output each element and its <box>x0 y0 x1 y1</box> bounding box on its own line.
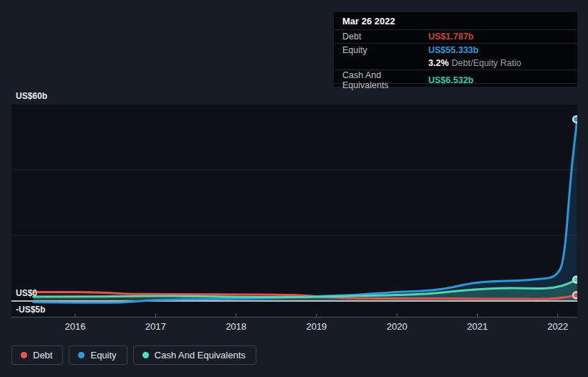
x-axis-label-2017: 2017 <box>134 321 177 332</box>
legend-item-label: Cash And Equivalents <box>155 350 246 361</box>
legend-item-cash-and-equivalents[interactable]: Cash And Equivalents <box>133 345 256 365</box>
tooltip-cash-value: US$6.532b <box>428 75 569 85</box>
tooltip-cash-label: Cash And Equivalents <box>342 70 428 90</box>
x-axis-label-2021: 2021 <box>456 321 499 332</box>
tooltip-ratio-row: 3.2%Debt/Equity Ratio <box>334 57 577 70</box>
tooltip-ratio-caption: Debt/Equity Ratio <box>452 58 521 68</box>
tooltip-equity-value: US$55.333b <box>428 45 569 55</box>
legend-dot-icon <box>21 352 27 358</box>
tooltip-debt-row: Debt US$1.787b <box>334 29 577 43</box>
legend-item-label: Debt <box>33 350 52 361</box>
x-axis-label-2022: 2022 <box>536 321 579 332</box>
tooltip-equity-row: Equity US$55.333b <box>334 43 577 57</box>
tooltip-ratio-percent: 3.2% <box>428 58 449 68</box>
chart-tooltip: Mar 26 2022 Debt US$1.787b Equity US$55.… <box>334 12 577 87</box>
end-dot-cash-and-equivalents[interactable] <box>573 277 577 283</box>
end-dot-equity[interactable] <box>573 116 577 123</box>
y-axis-label: US$60b <box>16 90 47 102</box>
area-fill-equity <box>34 119 577 302</box>
end-dot-debt[interactable] <box>573 292 577 298</box>
x-axis-label-2020: 2020 <box>375 321 418 332</box>
tooltip-cash-row: Cash And Equivalents US$6.532b <box>334 70 577 84</box>
legend-item-debt[interactable]: Debt <box>11 345 63 365</box>
y-axis-label: -US$5b <box>16 304 45 315</box>
tooltip-equity-label: Equity <box>342 45 428 55</box>
x-axis-label-2016: 2016 <box>54 321 97 332</box>
tooltip-date-title: Mar 26 2022 <box>334 12 577 29</box>
tooltip-debt-value: US$1.787b <box>428 32 569 42</box>
debt-equity-history-chart[interactable] <box>11 104 577 318</box>
chart-region: 2016201720182019202020212022 Mar 26 2022… <box>0 0 588 377</box>
legend-dot-icon <box>143 352 149 358</box>
y-axis-label: US$0 <box>16 287 37 299</box>
chart-legend: DebtEquityCash And Equivalents <box>11 345 256 365</box>
x-axis-label-2018: 2018 <box>215 321 258 332</box>
legend-item-label: Equity <box>90 350 116 361</box>
legend-item-equity[interactable]: Equity <box>69 345 127 365</box>
line-equity[interactable] <box>34 119 577 302</box>
tooltip-debt-label: Debt <box>342 32 428 42</box>
x-axis-label-2019: 2019 <box>295 321 338 332</box>
legend-dot-icon <box>78 352 85 358</box>
debt-equity-history-page: { "page": {"background": "#171c26", "plo… <box>0 0 588 377</box>
tooltip-ratio-value: 3.2%Debt/Equity Ratio <box>428 58 569 68</box>
